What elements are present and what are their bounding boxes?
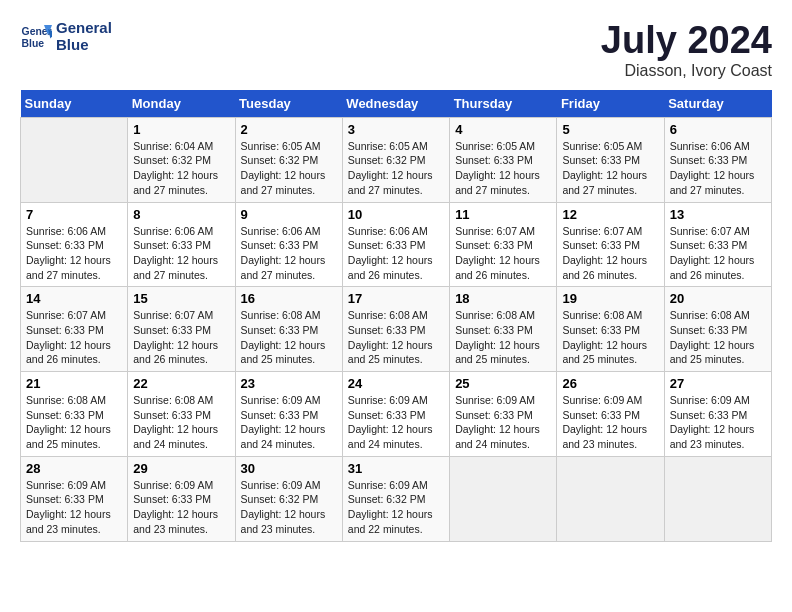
day-number: 6 xyxy=(670,122,766,137)
calendar-cell: 23Sunrise: 6:09 AMSunset: 6:33 PMDayligh… xyxy=(235,372,342,457)
day-info: Sunrise: 6:06 AMSunset: 6:33 PMDaylight:… xyxy=(133,224,229,283)
calendar-cell: 16Sunrise: 6:08 AMSunset: 6:33 PMDayligh… xyxy=(235,287,342,372)
day-number: 4 xyxy=(455,122,551,137)
day-number: 14 xyxy=(26,291,122,306)
day-number: 31 xyxy=(348,461,444,476)
day-info: Sunrise: 6:06 AMSunset: 6:33 PMDaylight:… xyxy=(26,224,122,283)
day-number: 23 xyxy=(241,376,337,391)
day-info: Sunrise: 6:05 AMSunset: 6:32 PMDaylight:… xyxy=(241,139,337,198)
calendar-cell: 26Sunrise: 6:09 AMSunset: 6:33 PMDayligh… xyxy=(557,372,664,457)
week-row-3: 14Sunrise: 6:07 AMSunset: 6:33 PMDayligh… xyxy=(21,287,772,372)
day-number: 13 xyxy=(670,207,766,222)
week-row-2: 7Sunrise: 6:06 AMSunset: 6:33 PMDaylight… xyxy=(21,202,772,287)
day-number: 15 xyxy=(133,291,229,306)
day-number: 10 xyxy=(348,207,444,222)
calendar-cell: 6Sunrise: 6:06 AMSunset: 6:33 PMDaylight… xyxy=(664,117,771,202)
page-subtitle: Diasson, Ivory Coast xyxy=(601,62,772,80)
calendar-cell: 25Sunrise: 6:09 AMSunset: 6:33 PMDayligh… xyxy=(450,372,557,457)
calendar-table: SundayMondayTuesdayWednesdayThursdayFrid… xyxy=(20,90,772,542)
day-number: 16 xyxy=(241,291,337,306)
calendar-cell: 12Sunrise: 6:07 AMSunset: 6:33 PMDayligh… xyxy=(557,202,664,287)
day-info: Sunrise: 6:06 AMSunset: 6:33 PMDaylight:… xyxy=(670,139,766,198)
calendar-cell: 13Sunrise: 6:07 AMSunset: 6:33 PMDayligh… xyxy=(664,202,771,287)
calendar-cell: 24Sunrise: 6:09 AMSunset: 6:33 PMDayligh… xyxy=(342,372,449,457)
calendar-cell: 19Sunrise: 6:08 AMSunset: 6:33 PMDayligh… xyxy=(557,287,664,372)
day-info: Sunrise: 6:08 AMSunset: 6:33 PMDaylight:… xyxy=(348,308,444,367)
calendar-cell xyxy=(557,456,664,541)
calendar-cell: 5Sunrise: 6:05 AMSunset: 6:33 PMDaylight… xyxy=(557,117,664,202)
calendar-cell xyxy=(664,456,771,541)
logo-icon: General Blue xyxy=(20,21,52,53)
day-info: Sunrise: 6:09 AMSunset: 6:33 PMDaylight:… xyxy=(26,478,122,537)
day-number: 18 xyxy=(455,291,551,306)
calendar-cell: 1Sunrise: 6:04 AMSunset: 6:32 PMDaylight… xyxy=(128,117,235,202)
week-row-4: 21Sunrise: 6:08 AMSunset: 6:33 PMDayligh… xyxy=(21,372,772,457)
day-number: 21 xyxy=(26,376,122,391)
title-area: July 2024 Diasson, Ivory Coast xyxy=(601,20,772,80)
day-info: Sunrise: 6:09 AMSunset: 6:33 PMDaylight:… xyxy=(455,393,551,452)
day-info: Sunrise: 6:09 AMSunset: 6:32 PMDaylight:… xyxy=(241,478,337,537)
day-info: Sunrise: 6:08 AMSunset: 6:33 PMDaylight:… xyxy=(455,308,551,367)
calendar-cell xyxy=(21,117,128,202)
day-info: Sunrise: 6:09 AMSunset: 6:32 PMDaylight:… xyxy=(348,478,444,537)
day-number: 9 xyxy=(241,207,337,222)
day-number: 25 xyxy=(455,376,551,391)
calendar-cell: 20Sunrise: 6:08 AMSunset: 6:33 PMDayligh… xyxy=(664,287,771,372)
day-info: Sunrise: 6:05 AMSunset: 6:33 PMDaylight:… xyxy=(455,139,551,198)
header-wednesday: Wednesday xyxy=(342,90,449,118)
day-number: 5 xyxy=(562,122,658,137)
day-info: Sunrise: 6:08 AMSunset: 6:33 PMDaylight:… xyxy=(26,393,122,452)
header-friday: Friday xyxy=(557,90,664,118)
day-info: Sunrise: 6:08 AMSunset: 6:33 PMDaylight:… xyxy=(133,393,229,452)
day-number: 12 xyxy=(562,207,658,222)
day-number: 26 xyxy=(562,376,658,391)
day-number: 2 xyxy=(241,122,337,137)
calendar-cell: 11Sunrise: 6:07 AMSunset: 6:33 PMDayligh… xyxy=(450,202,557,287)
calendar-cell: 14Sunrise: 6:07 AMSunset: 6:33 PMDayligh… xyxy=(21,287,128,372)
calendar-cell: 22Sunrise: 6:08 AMSunset: 6:33 PMDayligh… xyxy=(128,372,235,457)
day-number: 8 xyxy=(133,207,229,222)
header-monday: Monday xyxy=(128,90,235,118)
day-number: 3 xyxy=(348,122,444,137)
day-info: Sunrise: 6:05 AMSunset: 6:33 PMDaylight:… xyxy=(562,139,658,198)
calendar-cell: 15Sunrise: 6:07 AMSunset: 6:33 PMDayligh… xyxy=(128,287,235,372)
day-info: Sunrise: 6:08 AMSunset: 6:33 PMDaylight:… xyxy=(562,308,658,367)
calendar-cell: 10Sunrise: 6:06 AMSunset: 6:33 PMDayligh… xyxy=(342,202,449,287)
day-number: 7 xyxy=(26,207,122,222)
day-number: 30 xyxy=(241,461,337,476)
day-info: Sunrise: 6:07 AMSunset: 6:33 PMDaylight:… xyxy=(670,224,766,283)
week-row-5: 28Sunrise: 6:09 AMSunset: 6:33 PMDayligh… xyxy=(21,456,772,541)
calendar-cell: 4Sunrise: 6:05 AMSunset: 6:33 PMDaylight… xyxy=(450,117,557,202)
calendar-cell xyxy=(450,456,557,541)
page-title: July 2024 xyxy=(601,20,772,62)
day-info: Sunrise: 6:08 AMSunset: 6:33 PMDaylight:… xyxy=(670,308,766,367)
calendar-cell: 7Sunrise: 6:06 AMSunset: 6:33 PMDaylight… xyxy=(21,202,128,287)
svg-text:Blue: Blue xyxy=(22,37,45,48)
day-info: Sunrise: 6:06 AMSunset: 6:33 PMDaylight:… xyxy=(241,224,337,283)
day-info: Sunrise: 6:05 AMSunset: 6:32 PMDaylight:… xyxy=(348,139,444,198)
day-info: Sunrise: 6:07 AMSunset: 6:33 PMDaylight:… xyxy=(133,308,229,367)
day-number: 24 xyxy=(348,376,444,391)
day-info: Sunrise: 6:08 AMSunset: 6:33 PMDaylight:… xyxy=(241,308,337,367)
calendar-cell: 9Sunrise: 6:06 AMSunset: 6:33 PMDaylight… xyxy=(235,202,342,287)
day-number: 29 xyxy=(133,461,229,476)
calendar-cell: 2Sunrise: 6:05 AMSunset: 6:32 PMDaylight… xyxy=(235,117,342,202)
day-info: Sunrise: 6:09 AMSunset: 6:33 PMDaylight:… xyxy=(670,393,766,452)
day-info: Sunrise: 6:06 AMSunset: 6:33 PMDaylight:… xyxy=(348,224,444,283)
day-number: 27 xyxy=(670,376,766,391)
header-sunday: Sunday xyxy=(21,90,128,118)
day-number: 19 xyxy=(562,291,658,306)
day-info: Sunrise: 6:09 AMSunset: 6:33 PMDaylight:… xyxy=(133,478,229,537)
day-info: Sunrise: 6:07 AMSunset: 6:33 PMDaylight:… xyxy=(26,308,122,367)
calendar-cell: 28Sunrise: 6:09 AMSunset: 6:33 PMDayligh… xyxy=(21,456,128,541)
calendar-cell: 21Sunrise: 6:08 AMSunset: 6:33 PMDayligh… xyxy=(21,372,128,457)
calendar-cell: 31Sunrise: 6:09 AMSunset: 6:32 PMDayligh… xyxy=(342,456,449,541)
calendar-cell: 17Sunrise: 6:08 AMSunset: 6:33 PMDayligh… xyxy=(342,287,449,372)
header-saturday: Saturday xyxy=(664,90,771,118)
day-number: 17 xyxy=(348,291,444,306)
calendar-cell: 30Sunrise: 6:09 AMSunset: 6:32 PMDayligh… xyxy=(235,456,342,541)
day-info: Sunrise: 6:07 AMSunset: 6:33 PMDaylight:… xyxy=(562,224,658,283)
calendar-cell: 27Sunrise: 6:09 AMSunset: 6:33 PMDayligh… xyxy=(664,372,771,457)
calendar-cell: 18Sunrise: 6:08 AMSunset: 6:33 PMDayligh… xyxy=(450,287,557,372)
header-thursday: Thursday xyxy=(450,90,557,118)
